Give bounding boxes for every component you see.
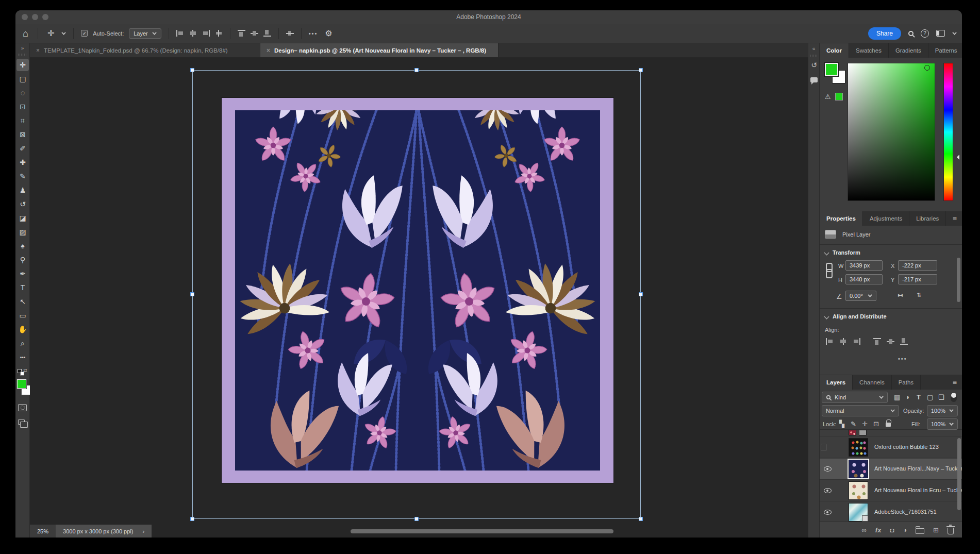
brush-tool[interactable]: ✎ — [16, 170, 29, 182]
selection-handle-top-center[interactable] — [414, 68, 419, 72]
layer-effects-icon[interactable]: fx — [875, 526, 882, 534]
healing-brush-tool[interactable]: ✚ — [16, 156, 29, 169]
fill-field[interactable]: 100% — [927, 418, 958, 430]
panel-menu-icon[interactable]: ≡ — [953, 214, 962, 223]
share-button[interactable]: Share — [868, 27, 901, 40]
dock-grip[interactable] — [810, 55, 817, 57]
opacity-field[interactable]: 100% — [927, 405, 958, 416]
zoom-level-field[interactable]: 25% — [30, 525, 56, 538]
flip-vertical-icon[interactable]: ⇅ — [917, 292, 921, 298]
layers-scrollbar[interactable] — [957, 438, 961, 510]
color-field[interactable] — [848, 63, 935, 201]
layer-thumbnail[interactable] — [849, 503, 868, 522]
layer-row[interactable]: Art Nouveau Floral in Ecru – Tucker – — [820, 480, 962, 501]
object-selection-tool[interactable]: ⊡ — [16, 100, 29, 113]
align-bottom-icon[interactable] — [263, 30, 271, 37]
align-vertical-center-icon[interactable] — [251, 30, 258, 37]
history-brush-tool[interactable]: ↺ — [16, 198, 29, 210]
hue-slider[interactable] — [943, 63, 953, 201]
link-dimensions-icon[interactable] — [825, 263, 832, 278]
tab-color[interactable]: Color — [820, 43, 849, 58]
transform-selection-box[interactable] — [192, 70, 641, 519]
filter-pixel-layers-icon[interactable]: ▦ — [894, 393, 900, 401]
adjustment-layer-icon[interactable]: ◑ — [903, 526, 907, 534]
clone-stamp-tool[interactable]: ♟ — [16, 184, 29, 196]
auto-select-dropdown[interactable]: Layer — [129, 28, 161, 39]
blend-mode-dropdown[interactable]: Normal — [822, 405, 899, 416]
rotation-field[interactable]: 0.00° — [845, 291, 876, 301]
layer-thumbnail[interactable] — [849, 460, 868, 478]
align-right-icon[interactable] — [853, 338, 860, 345]
layer-name[interactable]: AdobeStock_716031751 — [874, 509, 937, 515]
gamut-color-chip[interactable] — [835, 93, 843, 100]
lock-image-icon[interactable]: ✎ — [851, 420, 856, 428]
dodge-tool[interactable]: ⚲ — [16, 254, 29, 266]
search-icon[interactable] — [908, 31, 913, 36]
layer-thumbnail[interactable] — [849, 438, 868, 457]
lasso-tool[interactable]: ◌ — [16, 87, 29, 99]
align-top-icon[interactable] — [873, 338, 881, 345]
edit-toolbar-button[interactable]: ••• — [16, 351, 29, 363]
align-section-header[interactable]: Align and Distribute — [825, 313, 887, 320]
lock-artboard-icon[interactable]: ⊡ — [873, 420, 879, 428]
selection-handle-bottom-left[interactable] — [190, 517, 194, 521]
zoom-tool[interactable]: ⌕ — [16, 337, 29, 349]
align-left-icon[interactable] — [826, 338, 834, 345]
auto-select-checkbox[interactable]: ✓ — [81, 30, 88, 37]
swap-colors-icon[interactable]: ⇄ — [23, 368, 27, 373]
selection-handle-top-right[interactable] — [639, 68, 643, 72]
selection-handle-middle-left[interactable] — [190, 292, 194, 296]
horizontal-scrollbar[interactable] — [351, 529, 613, 533]
align-top-icon[interactable] — [238, 30, 245, 37]
more-align-options-icon[interactable]: ••• — [898, 356, 907, 362]
layer-name[interactable]: Art Nouveau Floral in Ecru – Tucker – — [874, 487, 962, 493]
align-right-icon[interactable] — [202, 30, 210, 37]
workspace-icon[interactable] — [936, 30, 945, 37]
marquee-tool[interactable]: ▢ — [16, 73, 29, 85]
link-layers-icon[interactable]: ∞ — [862, 526, 867, 534]
layer-row[interactable]: AdobeStock_716031751 — [820, 502, 962, 522]
status-chevron-icon[interactable]: › — [142, 528, 144, 534]
layer-row-partial[interactable] — [820, 430, 962, 437]
tab-patterns[interactable]: Patterns — [928, 43, 962, 58]
foreground-color-swatch[interactable] — [17, 379, 26, 389]
selection-handle-middle-right[interactable] — [639, 292, 643, 296]
move-tool[interactable]: ✛ — [16, 59, 29, 71]
more-options-icon[interactable]: ••• — [309, 30, 318, 37]
close-tab-icon[interactable]: × — [267, 47, 270, 54]
tab-channels[interactable]: Channels — [853, 375, 892, 390]
flip-horizontal-icon[interactable]: ▸◂ — [898, 292, 902, 298]
visibility-checkbox-empty[interactable] — [821, 444, 827, 451]
lock-all-icon[interactable] — [886, 423, 891, 427]
visibility-eye-icon[interactable] — [824, 466, 832, 472]
delete-layer-icon[interactable] — [948, 528, 954, 534]
align-horizontal-center-icon[interactable] — [189, 30, 197, 37]
filter-adjustment-layers-icon[interactable]: ◑ — [905, 393, 909, 401]
canvas-area[interactable]: × TEMPLATE_1Napkin_Folded.psd @ 66.7% (D… — [30, 43, 808, 538]
filter-type-layers-icon[interactable]: T — [917, 393, 921, 401]
color-field-picker[interactable] — [924, 65, 930, 71]
crop-tool[interactable]: ⌗ — [16, 114, 29, 127]
visibility-eye-icon[interactable] — [824, 510, 832, 515]
eyedropper-tool[interactable]: ✐ — [16, 142, 29, 155]
y-field[interactable]: -217 px — [898, 274, 937, 284]
height-field[interactable]: 3440 px — [845, 274, 883, 284]
toolbar-expand-icon[interactable]: » — [15, 45, 29, 51]
screen-mode-icon[interactable] — [18, 419, 25, 425]
x-field[interactable]: -222 px — [898, 260, 937, 271]
gear-icon[interactable]: ⚙ — [323, 29, 334, 38]
help-icon[interactable]: ? — [921, 29, 929, 38]
gamut-warning-icon[interactable]: ⚠ — [825, 93, 831, 100]
align-bottom-icon[interactable] — [900, 338, 908, 345]
distribute-vertical-icon[interactable] — [286, 30, 294, 37]
hand-tool[interactable]: ✋ — [16, 323, 29, 335]
rectangle-tool[interactable]: ▭ — [16, 309, 29, 322]
chevron-down-icon[interactable] — [952, 30, 956, 35]
comments-panel-icon[interactable] — [810, 77, 818, 82]
gradient-tool[interactable]: ▨ — [16, 226, 29, 238]
distribute-horizontal-icon[interactable] — [215, 30, 223, 37]
document-tab-inactive[interactable]: × TEMPLATE_1Napkin_Folded.psd @ 66.7% (D… — [30, 43, 260, 57]
document-info[interactable]: 3000 px x 3000 px (300 ppi) › — [56, 525, 152, 538]
properties-scrollbar[interactable] — [957, 258, 960, 302]
transform-section-header[interactable]: Transform — [825, 249, 860, 256]
